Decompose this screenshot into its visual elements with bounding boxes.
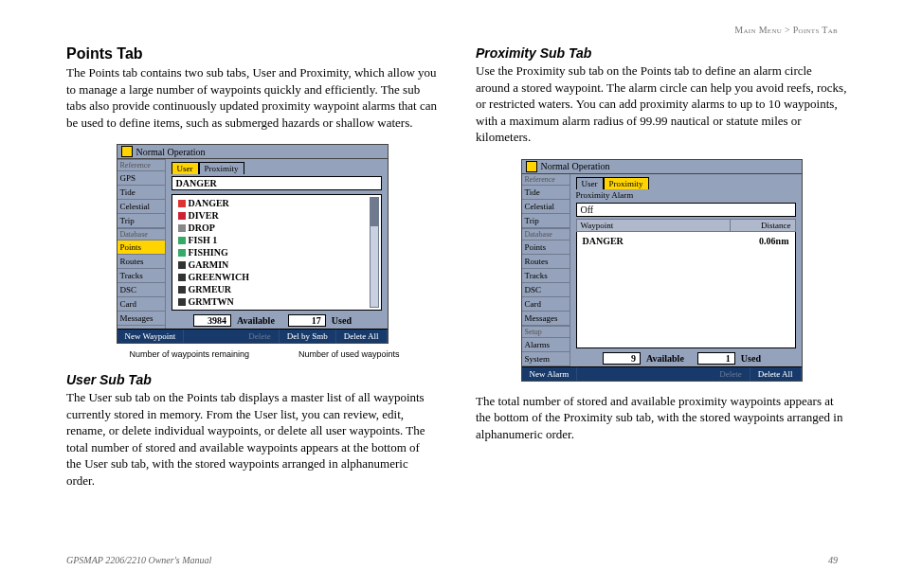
skull-icon (178, 200, 186, 207)
list-item[interactable]: GARMIN (172, 258, 381, 271)
list-item[interactable]: GRMTWN (172, 295, 381, 308)
titlebar: Normal Operation (522, 160, 802, 173)
window-title: Normal Operation (136, 147, 206, 157)
sidebar-item-messages[interactable]: Messages (118, 312, 165, 326)
status-flag-icon (526, 161, 537, 172)
sidebar-item-routes[interactable]: Routes (522, 255, 570, 269)
nav-group-setup: Setup (522, 326, 570, 338)
status-row: 3984 Available 17 Used (172, 314, 382, 327)
list-item[interactable]: FISHING (172, 246, 381, 258)
sidebar-item-alarms[interactable]: Alarms (522, 338, 570, 352)
nav-group-reference: Reference (118, 159, 165, 171)
delete-all-button[interactable]: Delete All (336, 330, 388, 343)
sidebar-item-trip[interactable]: Trip (118, 214, 165, 228)
tab-proximity[interactable]: Proximity (604, 177, 649, 189)
status-row: 9 Available 1 Used (576, 352, 796, 365)
side-nav: Reference Tide Celestial Trip Database P… (522, 174, 570, 366)
proximity-subtab-screenshot: Normal Operation Reference Tide Celestia… (521, 159, 803, 382)
diver-icon (178, 212, 186, 220)
page-footer: GPSMAP 2206/2210 Owner's Manual 49 (66, 555, 838, 565)
proximity-outro-paragraph: The total number of stored and available… (476, 393, 847, 443)
breadcrumb-path: Main Menu > (734, 25, 792, 35)
bottom-bar: New Waypoint Delete Del by Smb Delete Al… (118, 329, 388, 343)
dot-icon (178, 261, 186, 269)
used-count: 1 (697, 352, 735, 365)
scroll-thumb[interactable] (371, 198, 378, 226)
list-header: Waypoint Distance (576, 219, 796, 232)
sidebar-item-routes[interactable]: Routes (118, 255, 165, 269)
proximity-subtab-heading: Proximity Sub Tab (476, 45, 847, 61)
available-label: Available (646, 353, 684, 364)
used-label: Used (332, 315, 352, 326)
list-item[interactable]: DROP (172, 222, 381, 234)
caption-remaining: Number of waypoints remaining (130, 349, 250, 359)
manual-title: GPSMAP 2206/2210 Owner's Manual (66, 555, 211, 565)
sidebar-item-tide[interactable]: Tide (522, 186, 570, 200)
sidebar-item-celestial[interactable]: Celestial (522, 200, 570, 214)
proximity-intro-paragraph: Use the Proximity sub tab on the Points … (476, 62, 847, 146)
sidebar-item-messages[interactable]: Messages (522, 312, 570, 326)
used-label: Used (741, 353, 761, 364)
right-column: Proximity Sub Tab Use the Proximity sub … (476, 27, 847, 498)
list-item[interactable]: DANGER 0.06nm (577, 234, 795, 248)
sub-tabs: User Proximity (172, 162, 388, 174)
used-count: 17 (288, 314, 326, 327)
tab-user[interactable]: User (172, 162, 199, 174)
delete-button[interactable]: Delete (241, 330, 279, 343)
content-area: User Proximity Proximity Alarm Off Waypo… (570, 174, 802, 366)
page-number: 49 (828, 555, 838, 565)
sidebar-item-dsc[interactable]: DSC (118, 283, 165, 297)
proximity-alarm-label: Proximity Alarm (570, 189, 802, 201)
scrollbar[interactable] (370, 197, 379, 308)
sidebar-item-system[interactable]: System (522, 352, 570, 366)
available-label: Available (237, 315, 275, 326)
available-count: 9 (603, 352, 641, 365)
screenshot-captions: Number of waypoints remaining Number of … (88, 347, 417, 359)
tab-user[interactable]: User (576, 177, 604, 189)
sidebar-item-card[interactable]: Card (522, 297, 570, 312)
bottom-bar: New Alarm Delete Delete All (522, 366, 802, 381)
sidebar-item-card[interactable]: Card (118, 297, 165, 312)
sidebar-item-points[interactable]: Points (118, 241, 165, 255)
user-subtab-paragraph: The User sub tab on the Points tab displ… (66, 389, 438, 489)
list-item[interactable]: GREENWICH (172, 271, 381, 283)
new-waypoint-button[interactable]: New Waypoint (118, 330, 185, 343)
del-by-smb-button[interactable]: Del by Smb (280, 330, 336, 343)
window-title: Normal Operation (541, 161, 610, 171)
status-flag-icon (121, 146, 133, 157)
proximity-list[interactable]: DANGER 0.06nm (576, 232, 796, 348)
points-tab-heading: Points Tab (66, 45, 438, 62)
sidebar-item-tracks[interactable]: Tracks (522, 269, 570, 283)
user-subtab-screenshot: Normal Operation Reference GPS Tide Cele… (117, 144, 389, 344)
list-item[interactable]: DIVER (172, 209, 381, 222)
content-area: User Proximity DANGER DANGER DIVER DROP … (165, 159, 388, 329)
list-item[interactable]: DANGER (172, 197, 381, 209)
sidebar-item-tide[interactable]: Tide (118, 186, 165, 200)
sidebar-item-dsc[interactable]: DSC (522, 283, 570, 297)
breadcrumb-current: Points Tab (793, 25, 838, 35)
list-item[interactable]: GRMEUR (172, 283, 381, 295)
points-tab-intro: The Points tab contains two sub tabs, Us… (66, 64, 438, 131)
available-count: 3984 (193, 314, 231, 327)
sidebar-item-celestial[interactable]: Celestial (118, 200, 165, 214)
selected-waypoint-field[interactable]: DANGER (172, 176, 382, 190)
delete-all-button[interactable]: Delete All (750, 367, 802, 381)
sidebar-item-points[interactable]: Points (522, 241, 570, 255)
delete-button[interactable]: Delete (712, 367, 750, 381)
sub-tabs: User Proximity (576, 177, 802, 189)
caption-used: Number of used waypoints (298, 349, 400, 359)
nav-group-database: Database (118, 228, 165, 241)
tab-proximity[interactable]: Proximity (199, 162, 244, 174)
prox-distance: 0.06nm (759, 236, 788, 246)
sidebar-item-gps[interactable]: GPS (118, 171, 165, 186)
proximity-alarm-field[interactable]: Off (576, 203, 796, 217)
sidebar-item-tracks[interactable]: Tracks (118, 269, 165, 283)
dot-icon (178, 298, 186, 306)
sidebar-item-trip[interactable]: Trip (522, 214, 570, 228)
waypoint-list[interactable]: DANGER DIVER DROP FISH 1 FISHING GARMIN … (172, 194, 382, 311)
fish-icon (178, 237, 186, 244)
box-icon (178, 224, 186, 232)
new-alarm-button[interactable]: New Alarm (522, 367, 578, 381)
list-item[interactable]: FISH 1 (172, 234, 381, 246)
titlebar: Normal Operation (118, 145, 388, 158)
